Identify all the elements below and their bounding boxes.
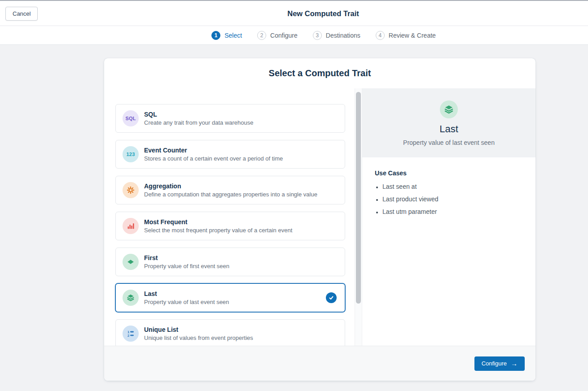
trait-text: Last Property value of last event seen xyxy=(144,290,229,305)
bar-chart-icon xyxy=(123,218,139,234)
trait-text: Unique List Unique list of values from e… xyxy=(144,326,253,341)
step-3-label: Destinations xyxy=(326,32,360,39)
steps-group: 1 Select 2 Configure 3 Destinations 4 Re… xyxy=(211,31,436,40)
trait-item-unique-list[interactable]: 1 2 Unique List Unique list of values fr… xyxy=(115,319,345,346)
selected-check-icon xyxy=(326,292,337,303)
trait-description: Stores a count of a certain event over a… xyxy=(144,155,283,162)
list-scrollbar-thumb[interactable] xyxy=(356,92,361,304)
trait-name: Unique List xyxy=(144,326,253,333)
step-4-label: Review & Create xyxy=(389,32,436,39)
trait-name: Aggregation xyxy=(144,182,317,190)
wizard-stepper: 1 Select 2 Configure 3 Destinations 4 Re… xyxy=(0,26,588,45)
trait-description: Unique list of values from event propert… xyxy=(144,335,253,341)
step-configure[interactable]: 2 Configure xyxy=(257,31,298,40)
step-3-circle: 3 xyxy=(313,31,322,40)
svg-text:2: 2 xyxy=(127,334,129,338)
trait-description: Property value of first event seen xyxy=(144,263,229,269)
trait-description: Select the most frequent property value … xyxy=(144,227,292,234)
trait-name: Event Counter xyxy=(144,147,283,154)
detail-title: Last xyxy=(439,123,458,135)
trait-detail-panel: Last Property value of last event seen U… xyxy=(362,88,535,346)
step-destinations[interactable]: 3 Destinations xyxy=(313,31,360,40)
step-2-circle: 2 xyxy=(257,31,266,40)
sql-icon-text: SQL xyxy=(125,116,136,121)
trait-item-first[interactable]: First Property value of first event seen xyxy=(115,248,345,276)
trait-text: SQL Create any trait from your data ware… xyxy=(144,111,254,126)
trait-description: Create any trait from your data warehous… xyxy=(144,119,254,126)
trait-text: Event Counter Stores a count of a certai… xyxy=(144,147,283,162)
trait-name: SQL xyxy=(144,111,254,118)
configure-button[interactable]: Configure → xyxy=(474,356,525,371)
use-case-item: Last seen at xyxy=(382,183,523,190)
detail-header: Last Property value of last event seen xyxy=(362,88,535,157)
sql-badge-icon: SQL xyxy=(123,110,139,126)
top-bar: Cancel New Computed Trait xyxy=(0,0,588,26)
detail-description: Property value of last event seen xyxy=(403,139,495,146)
card-title: Select a Computed Trait xyxy=(269,68,371,78)
use-case-item: Last product viewed xyxy=(382,196,523,203)
step-review-create[interactable]: 4 Review & Create xyxy=(376,31,436,40)
select-trait-card: Select a Computed Trait SQL SQL Create a… xyxy=(104,58,535,381)
trait-description: Property value of last event seen xyxy=(144,299,229,305)
step-select[interactable]: 1 Select xyxy=(211,31,242,40)
trait-text: Aggregation Define a computation that ag… xyxy=(144,182,317,198)
counter-icon-text: 123 xyxy=(127,152,135,157)
card-body: SQL SQL Create any trait from your data … xyxy=(104,88,535,346)
trait-text: Most Frequent Select the most frequent p… xyxy=(144,218,292,234)
diamond-icon xyxy=(123,254,139,270)
counter-123-icon: 123 xyxy=(123,146,139,162)
card-footer: Configure → xyxy=(104,346,535,381)
trait-item-sql[interactable]: SQL SQL Create any trait from your data … xyxy=(115,104,345,133)
list-scrollbar-track[interactable] xyxy=(355,88,362,346)
arrow-right-icon: → xyxy=(511,360,518,367)
aggregation-asterisk-icon xyxy=(123,182,139,198)
detail-body: Use Cases Last seen at Last product view… xyxy=(362,157,535,233)
trait-item-event-counter[interactable]: 123 Event Counter Stores a count of a ce… xyxy=(115,140,345,169)
layers-icon xyxy=(440,100,458,118)
layers-icon xyxy=(123,290,139,306)
step-4-circle: 4 xyxy=(376,31,385,40)
card-header: Select a Computed Trait xyxy=(104,58,535,88)
step-1-circle: 1 xyxy=(211,31,220,40)
trait-name: First xyxy=(144,254,229,261)
trait-item-aggregation[interactable]: Aggregation Define a computation that ag… xyxy=(115,176,345,204)
configure-button-label: Configure xyxy=(482,360,507,367)
cancel-button[interactable]: Cancel xyxy=(5,7,38,21)
trait-list: SQL SQL Create any trait from your data … xyxy=(104,88,355,346)
trait-name: Last xyxy=(144,290,229,297)
numbered-list-icon: 1 2 xyxy=(123,326,139,342)
trait-description: Define a computation that aggregates pro… xyxy=(144,191,317,198)
trait-item-last[interactable]: Last Property value of last event seen xyxy=(115,283,345,312)
use-cases-heading: Use Cases xyxy=(375,169,523,177)
trait-name: Most Frequent xyxy=(144,218,292,226)
trait-text: First Property value of first event seen xyxy=(144,254,229,269)
trait-item-most-frequent[interactable]: Most Frequent Select the most frequent p… xyxy=(115,212,345,240)
use-case-item: Last utm parameter xyxy=(382,208,523,215)
step-2-label: Configure xyxy=(270,32,298,39)
page-title: New Computed Trait xyxy=(287,9,359,18)
step-1-label: Select xyxy=(224,32,242,39)
use-cases-list: Last seen at Last product viewed Last ut… xyxy=(375,183,523,215)
